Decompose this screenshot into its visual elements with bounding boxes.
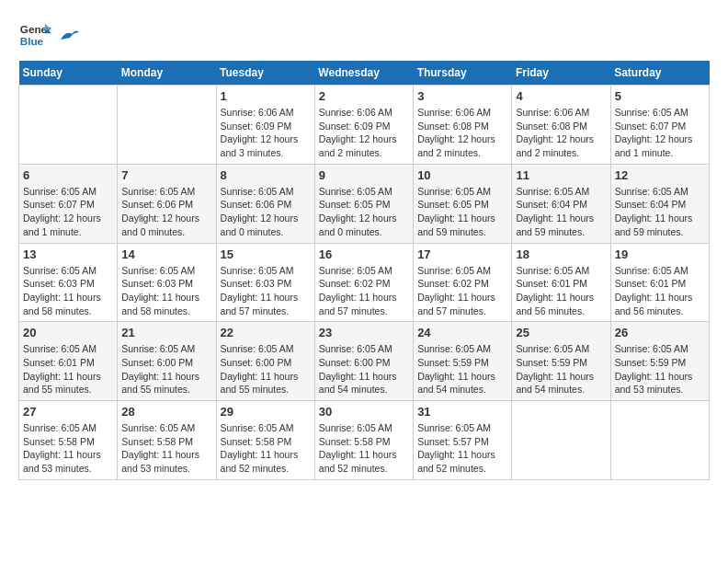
day-info: Sunrise: 6:05 AM Sunset: 5:59 PM Dayligh… (615, 342, 705, 396)
calendar-cell: 18Sunrise: 6:05 AM Sunset: 6:01 PM Dayli… (512, 243, 610, 322)
calendar-cell: 14Sunrise: 6:05 AM Sunset: 6:03 PM Dayli… (118, 243, 216, 322)
calendar-cell: 16Sunrise: 6:05 AM Sunset: 6:02 PM Dayli… (314, 243, 413, 322)
day-info: Sunrise: 6:05 AM Sunset: 6:05 PM Dayligh… (417, 185, 507, 239)
calendar-cell (118, 86, 216, 165)
day-info: Sunrise: 6:05 AM Sunset: 5:57 PM Dayligh… (417, 421, 507, 476)
day-info: Sunrise: 6:05 AM Sunset: 6:07 PM Dayligh… (615, 106, 705, 160)
calendar-cell: 12Sunrise: 6:05 AM Sunset: 6:04 PM Dayli… (610, 164, 709, 243)
calendar-cell: 15Sunrise: 6:05 AM Sunset: 6:03 PM Dayli… (216, 243, 314, 322)
calendar-cell: 10Sunrise: 6:05 AM Sunset: 6:05 PM Dayli… (414, 164, 512, 243)
weekday-header-wednesday: Wednesday (314, 61, 413, 86)
day-number: 4 (516, 89, 606, 103)
day-number: 25 (516, 326, 606, 339)
day-number: 23 (319, 326, 409, 339)
calendar-cell: 21Sunrise: 6:05 AM Sunset: 6:00 PM Dayli… (118, 322, 216, 401)
calendar-cell: 6Sunrise: 6:05 AM Sunset: 6:07 PM Daylig… (19, 164, 118, 243)
calendar-cell: 29Sunrise: 6:05 AM Sunset: 5:58 PM Dayli… (216, 401, 314, 480)
day-number: 11 (516, 168, 606, 182)
day-number: 24 (417, 326, 507, 339)
day-number: 5 (615, 89, 705, 103)
day-info: Sunrise: 6:06 AM Sunset: 6:08 PM Dayligh… (516, 106, 606, 160)
calendar-cell: 11Sunrise: 6:05 AM Sunset: 6:04 PM Dayli… (512, 164, 610, 243)
day-info: Sunrise: 6:05 AM Sunset: 6:03 PM Dayligh… (121, 264, 211, 318)
calendar-cell: 31Sunrise: 6:05 AM Sunset: 5:57 PM Dayli… (414, 401, 512, 480)
day-number: 7 (121, 168, 211, 182)
day-number: 26 (615, 326, 705, 339)
day-number: 6 (23, 168, 113, 182)
day-number: 18 (516, 247, 606, 261)
day-number: 22 (221, 326, 311, 339)
calendar-cell: 13Sunrise: 6:05 AM Sunset: 6:03 PM Dayli… (19, 243, 118, 322)
logo: General Blue (18, 18, 79, 52)
day-number: 27 (23, 405, 113, 419)
calendar-cell: 17Sunrise: 6:05 AM Sunset: 6:02 PM Dayli… (414, 243, 512, 322)
calendar-table: SundayMondayTuesdayWednesdayThursdayFrid… (18, 61, 710, 480)
weekday-header-thursday: Thursday (414, 61, 512, 86)
day-number: 28 (121, 405, 211, 419)
day-info: Sunrise: 6:05 AM Sunset: 6:00 PM Dayligh… (121, 342, 211, 396)
calendar-cell: 1Sunrise: 6:06 AM Sunset: 6:09 PM Daylig… (216, 86, 314, 165)
day-number: 20 (23, 326, 113, 339)
calendar-cell: 28Sunrise: 6:05 AM Sunset: 5:58 PM Dayli… (118, 401, 216, 480)
calendar-cell: 27Sunrise: 6:05 AM Sunset: 5:58 PM Dayli… (19, 401, 118, 480)
calendar-cell: 23Sunrise: 6:05 AM Sunset: 6:00 PM Dayli… (314, 322, 413, 401)
week-row-1: 1Sunrise: 6:06 AM Sunset: 6:09 PM Daylig… (19, 86, 710, 165)
day-info: Sunrise: 6:06 AM Sunset: 6:08 PM Dayligh… (417, 106, 507, 160)
calendar-body: 1Sunrise: 6:06 AM Sunset: 6:09 PM Daylig… (19, 86, 710, 480)
weekday-header-row: SundayMondayTuesdayWednesdayThursdayFrid… (19, 61, 710, 86)
day-info: Sunrise: 6:06 AM Sunset: 6:09 PM Dayligh… (319, 106, 409, 160)
day-info: Sunrise: 6:05 AM Sunset: 5:59 PM Dayligh… (417, 342, 507, 396)
day-number: 19 (615, 247, 705, 261)
logo-bird-icon (59, 27, 79, 43)
weekday-header-friday: Friday (512, 61, 610, 86)
day-info: Sunrise: 6:05 AM Sunset: 6:00 PM Dayligh… (221, 342, 311, 396)
day-number: 30 (319, 405, 409, 419)
day-number: 13 (23, 247, 113, 261)
day-number: 1 (221, 89, 311, 103)
calendar-cell: 3Sunrise: 6:06 AM Sunset: 6:08 PM Daylig… (414, 86, 512, 165)
day-info: Sunrise: 6:05 AM Sunset: 6:01 PM Dayligh… (23, 342, 113, 396)
day-info: Sunrise: 6:05 AM Sunset: 6:04 PM Dayligh… (516, 185, 606, 239)
day-number: 17 (417, 247, 507, 261)
day-info: Sunrise: 6:05 AM Sunset: 6:03 PM Dayligh… (23, 264, 113, 318)
day-number: 12 (615, 168, 705, 182)
calendar-cell: 9Sunrise: 6:05 AM Sunset: 6:05 PM Daylig… (314, 164, 413, 243)
day-info: Sunrise: 6:05 AM Sunset: 5:58 PM Dayligh… (121, 421, 211, 476)
day-number: 3 (417, 89, 507, 103)
day-info: Sunrise: 6:05 AM Sunset: 6:05 PM Dayligh… (319, 185, 409, 239)
calendar-cell: 4Sunrise: 6:06 AM Sunset: 6:08 PM Daylig… (512, 86, 610, 165)
day-info: Sunrise: 6:05 AM Sunset: 5:58 PM Dayligh… (221, 421, 311, 476)
day-info: Sunrise: 6:05 AM Sunset: 5:59 PM Dayligh… (516, 342, 606, 396)
day-number: 14 (121, 247, 211, 261)
week-row-4: 20Sunrise: 6:05 AM Sunset: 6:01 PM Dayli… (19, 322, 710, 401)
calendar-cell: 7Sunrise: 6:05 AM Sunset: 6:06 PM Daylig… (118, 164, 216, 243)
day-number: 31 (417, 405, 507, 419)
calendar-cell: 2Sunrise: 6:06 AM Sunset: 6:09 PM Daylig… (314, 86, 413, 165)
day-number: 15 (221, 247, 311, 261)
day-info: Sunrise: 6:05 AM Sunset: 6:02 PM Dayligh… (319, 264, 409, 318)
calendar-cell: 26Sunrise: 6:05 AM Sunset: 5:59 PM Dayli… (610, 322, 709, 401)
calendar-cell: 20Sunrise: 6:05 AM Sunset: 6:01 PM Dayli… (19, 322, 118, 401)
logo-icon: General Blue (18, 18, 51, 52)
calendar-cell: 8Sunrise: 6:05 AM Sunset: 6:06 PM Daylig… (216, 164, 314, 243)
day-number: 21 (121, 326, 211, 339)
calendar-cell (512, 401, 610, 480)
day-number: 8 (221, 168, 311, 182)
week-row-2: 6Sunrise: 6:05 AM Sunset: 6:07 PM Daylig… (19, 164, 710, 243)
week-row-5: 27Sunrise: 6:05 AM Sunset: 5:58 PM Dayli… (19, 401, 710, 480)
calendar-cell: 19Sunrise: 6:05 AM Sunset: 6:01 PM Dayli… (610, 243, 709, 322)
day-info: Sunrise: 6:05 AM Sunset: 6:04 PM Dayligh… (615, 185, 705, 239)
day-info: Sunrise: 6:05 AM Sunset: 6:03 PM Dayligh… (221, 264, 311, 318)
day-number: 2 (319, 89, 409, 103)
calendar-cell: 25Sunrise: 6:05 AM Sunset: 5:59 PM Dayli… (512, 322, 610, 401)
week-row-3: 13Sunrise: 6:05 AM Sunset: 6:03 PM Dayli… (19, 243, 710, 322)
calendar-cell: 22Sunrise: 6:05 AM Sunset: 6:00 PM Dayli… (216, 322, 314, 401)
day-info: Sunrise: 6:05 AM Sunset: 6:00 PM Dayligh… (319, 342, 409, 396)
day-number: 9 (319, 168, 409, 182)
day-number: 16 (319, 247, 409, 261)
weekday-header-saturday: Saturday (610, 61, 709, 86)
svg-text:Blue: Blue (20, 35, 44, 47)
calendar-cell (19, 86, 118, 165)
weekday-header-sunday: Sunday (19, 61, 118, 86)
calendar-cell (610, 401, 709, 480)
